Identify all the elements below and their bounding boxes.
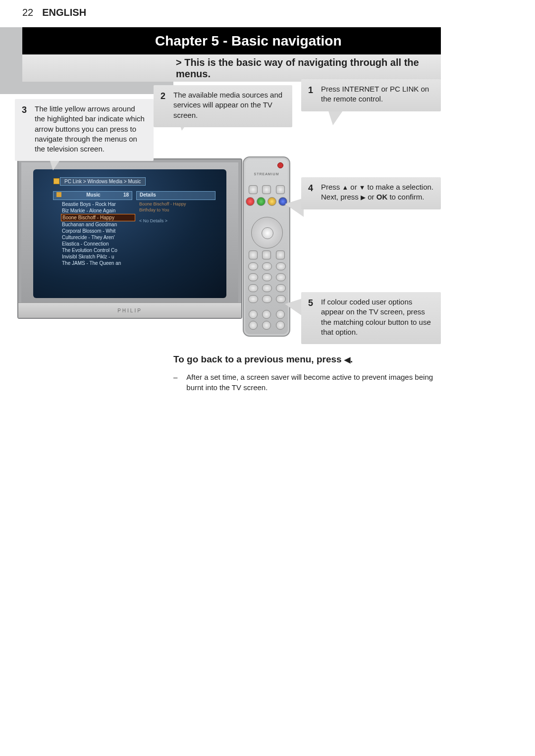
right-triangle-icon: ▶: [361, 193, 366, 202]
callout-4: 4 Press ▲ or ▼ to make a selection. Next…: [301, 177, 441, 209]
tv-details-panel: Boone Bischoff - Happy Birthday to You <…: [139, 201, 186, 224]
remote-btn: [249, 251, 258, 259]
callout-2-text: The available media sources and services…: [173, 90, 285, 120]
remote-btn: [262, 185, 271, 194]
tv-list-header-label: Music: [86, 192, 100, 199]
up-triangle-icon: ▲: [342, 183, 349, 192]
remote-btn: [249, 321, 258, 330]
remote-dpad: [251, 217, 283, 249]
tv-list-item: Invisibl Skratch Piklz - u: [61, 253, 135, 260]
down-triangle-icon: ▼: [359, 183, 366, 192]
go-back-note: – After a set time, a screen saver will …: [173, 372, 451, 393]
tv-base-brand: PHILIP: [18, 302, 241, 318]
tv-screen: PC Link > Windows Media > Music Music 18…: [33, 169, 226, 298]
remote-btn: [249, 310, 258, 319]
callout-4-number: 4: [308, 182, 315, 202]
tv-details-header: Details: [136, 191, 215, 200]
tv-list-item: The Evolution Control Co: [61, 247, 135, 253]
remote-btn: [276, 310, 285, 319]
tv-details-title: Boone Bischoff - Happy: [139, 201, 186, 207]
remote-btn: [276, 185, 285, 194]
callout-1: 1 Press INTERNET or PC LINK on the remot…: [301, 79, 441, 111]
callout-5: 5 If colour coded user options appear on…: [301, 292, 441, 344]
tv-frame: PC Link > Windows Media > Music Music 18…: [17, 158, 242, 319]
callout-3-text: The little yellow arrows around the high…: [35, 104, 147, 154]
chapter-title-bar: Chapter 5 - Basic navigation: [22, 27, 441, 54]
remote-control: STREAMIUM: [243, 156, 290, 337]
callout-2-number: 2: [160, 90, 167, 120]
callout-5-text: If colour coded user options appear on t…: [321, 297, 434, 337]
remote-num: [262, 284, 272, 292]
tv-list-item: Corporal Blossom - Whit: [61, 228, 135, 234]
tv-list-item: Beastie Boys - Rock Har: [61, 201, 135, 207]
callout-3-number: 3: [22, 104, 29, 154]
callout-4-t2a: Next, press: [321, 193, 361, 201]
remote-power-led: [277, 162, 283, 168]
tv-music-list: Beastie Boys - Rock HarBiz Markie - Alon…: [61, 201, 135, 266]
tv-list-header: Music 18: [53, 191, 132, 200]
callout-4-t2c: to confirm.: [387, 193, 424, 201]
remote-bottom-row-2: [244, 321, 289, 330]
remote-num: [248, 273, 258, 281]
go-back-heading: To go back to a previous menu, press ◀.: [173, 354, 451, 365]
remote-bottom-row-1: [244, 310, 289, 319]
callout-1-number: 1: [308, 84, 315, 104]
tv-breadcrumb: PC Link > Windows Media > Music: [60, 177, 146, 186]
remote-color-row: [244, 197, 289, 206]
remote-numpad: [244, 262, 289, 303]
remote-num: [262, 262, 272, 270]
dash-icon: –: [173, 372, 177, 393]
callout-4-ok: OK: [376, 193, 388, 201]
callout-5-number: 5: [308, 297, 315, 337]
tv-list-item: Biz Markie - Alone Again: [61, 207, 135, 214]
go-back-heading-a: To go back to a previous menu, press: [173, 354, 344, 364]
remote-btn: [262, 251, 271, 259]
remote-btn: [262, 310, 271, 319]
remote-num: [276, 262, 286, 270]
page-number: 22: [22, 7, 33, 18]
remote-num: [248, 284, 258, 292]
tv-list-item: Buchanan and Goodman: [61, 221, 135, 228]
remote-num: [262, 295, 272, 303]
tv-list-item: Elastica - Connection: [61, 241, 135, 247]
callout-4-t1a: Press: [321, 183, 342, 191]
tv-list-item: Culturecide - They Aren': [61, 234, 135, 241]
remote-num: [276, 284, 286, 292]
remote-btn: [276, 321, 285, 330]
go-back-section: To go back to a previous menu, press ◀. …: [173, 354, 451, 393]
callout-4-text: Press ▲ or ▼ to make a selection. Next, …: [321, 182, 434, 202]
remote-btn: [249, 185, 258, 194]
callout-4-t1c: to make a selection.: [365, 183, 433, 191]
chapter-title: Chapter 5 - Basic navigation: [155, 33, 342, 49]
tv-list-header-count: 18: [123, 192, 129, 199]
callout-2: 2 The available media sources and servic…: [154, 85, 292, 127]
callout-4-t2b: or: [366, 193, 376, 201]
tv-details-sub: Birthday to You: [139, 207, 186, 213]
page-header: 22 ENGLISH: [0, 0, 535, 22]
remote-yellow-button: [268, 197, 276, 206]
remote-num: [276, 295, 286, 303]
remote-mid-row: [244, 251, 289, 259]
tv-list-item: Boone Bischoff - Happy: [61, 214, 135, 221]
remote-num: [276, 273, 286, 281]
chapter-subtitle-bar: > This is the basic way of navigating th…: [22, 54, 441, 82]
chapter-subtitle: > This is the basic way of navigating th…: [176, 57, 441, 80]
remote-num: [248, 262, 258, 270]
remote-num: [262, 273, 272, 281]
remote-top-row: [244, 185, 289, 194]
page-language: ENGLISH: [42, 7, 86, 18]
go-back-note-text: After a set time, a screen saver will be…: [186, 372, 451, 393]
tv-list-item: The JAMS - The Queen an: [61, 260, 135, 266]
callout-3: 3 The little yellow arrows around the hi…: [15, 99, 154, 161]
remote-brand-label: STREAMIUM: [244, 172, 289, 176]
remote-btn: [276, 251, 285, 259]
remote-btn: [262, 321, 271, 330]
go-back-heading-b: .: [350, 354, 353, 364]
left-triangle-icon: ◀: [344, 355, 350, 364]
callout-1-text: Press INTERNET or PC LINK on the remote …: [321, 84, 434, 104]
callout-4-t1b: or: [348, 183, 359, 191]
remote-red-button: [246, 197, 255, 206]
remote-green-button: [257, 197, 266, 206]
illustration: PC Link > Windows Media > Music Music 18…: [17, 158, 295, 334]
remote-num: [248, 295, 258, 303]
